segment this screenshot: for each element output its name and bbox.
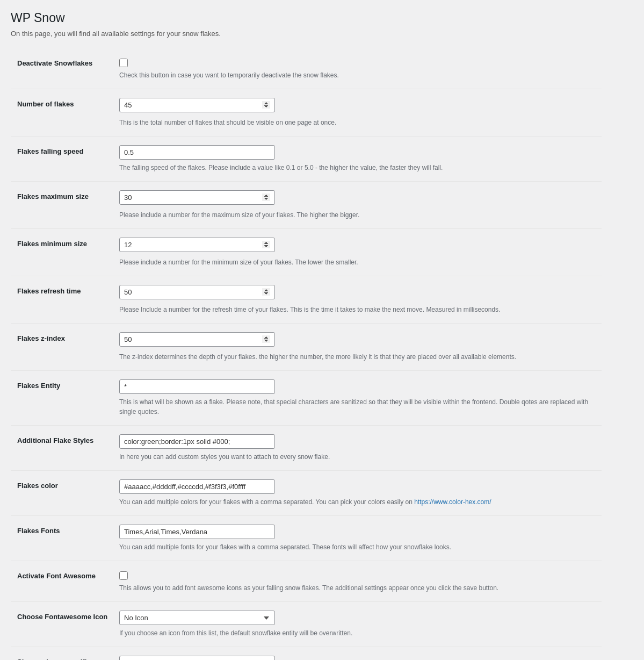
row-flakes-maximum-size: Flakes maximum size Please include a num… [11, 182, 602, 229]
field-flakes-falling-speed: The falling speed of the flakes. Please … [119, 145, 595, 173]
input-show-only-specific[interactable] [119, 656, 275, 660]
input-flakes-minimum-size[interactable] [119, 238, 275, 252]
row-flakes-fonts: Flakes Fonts You can add multiple fonts … [11, 516, 602, 561]
row-additional-flake-styles: Additional Flake Styles In here you can … [11, 426, 602, 471]
desc-number-of-flakes: This is the total number of flakes that … [119, 118, 595, 127]
label-number-of-flakes: Number of flakes [17, 98, 119, 108]
desc-flakes-falling-speed: The falling speed of the flakes. Please … [119, 163, 595, 173]
desc-flakes-refresh-time: Please Include a number for the refresh … [119, 305, 595, 314]
desc-flakes-minimum-size: Please include a number for the minimum … [119, 257, 595, 267]
row-flakes-falling-speed: Flakes falling speed The falling speed o… [11, 137, 602, 182]
label-flakes-refresh-time: Flakes refresh time [17, 285, 119, 295]
desc-deactivate-snowflakes: Check this button in case you want to te… [119, 70, 595, 80]
number-input-wrap-max-size [119, 190, 275, 208]
checkbox-activate-font-awesome[interactable] [119, 571, 128, 580]
row-deactivate-snowflakes: Deactivate Snowflakes Check this button … [11, 48, 602, 89]
desc-flakes-color: You can add multiple colors for your fla… [119, 497, 595, 507]
field-flakes-minimum-size: Please include a number for the minimum … [119, 238, 595, 267]
desc-choose-fontawesome-icon: If you choose an icon from this list, th… [119, 628, 595, 638]
input-number-of-flakes[interactable] [119, 98, 275, 112]
number-input-wrap-flakes [119, 98, 275, 116]
label-deactivate-snowflakes: Deactivate Snowflakes [17, 57, 119, 67]
label-show-only-specific: Show only on specific posts or pages. [17, 656, 119, 660]
input-flakes-color[interactable] [119, 479, 275, 494]
field-flakes-maximum-size: Please include a number for the maximum … [119, 190, 595, 220]
field-show-only-specific: Please specify the post ids or page ids … [119, 656, 595, 660]
desc-flakes-fonts: You can add multiple fonts for your flak… [119, 542, 595, 552]
field-activate-font-awesome: This allows you to add font awesome icon… [119, 570, 595, 593]
label-flakes-maximum-size: Flakes maximum size [17, 190, 119, 200]
label-flakes-falling-speed: Flakes falling speed [17, 145, 119, 155]
number-input-wrap-zindex [119, 332, 275, 350]
label-additional-flake-styles: Additional Flake Styles [17, 434, 119, 444]
row-flakes-zindex: Flakes z-index The z-index determines th… [11, 324, 602, 371]
field-deactivate-snowflakes: Check this button in case you want to te… [119, 57, 595, 80]
select-fontawesome-icon[interactable]: No Icon [119, 611, 275, 625]
row-number-of-flakes: Number of flakes This is the total numbe… [11, 89, 602, 137]
desc-flakes-maximum-size: Please include a number for the maximum … [119, 210, 595, 220]
desc-additional-flake-styles: In here you can add custom styles you wa… [119, 452, 595, 462]
field-flakes-refresh-time: Please Include a number for the refresh … [119, 285, 595, 314]
label-choose-fontawesome-icon: Choose Fontawesome Icon [17, 611, 119, 621]
desc-flakes-entity: This is what will be shown as a flake. P… [119, 397, 595, 417]
desc-flakes-zindex: The z-index determines the depth of your… [119, 352, 595, 362]
row-flakes-entity: Flakes Entity This is what will be shown… [11, 371, 602, 426]
field-additional-flake-styles: In here you can add custom styles you wa… [119, 434, 595, 462]
field-flakes-fonts: You can add multiple fonts for your flak… [119, 525, 595, 552]
input-flakes-maximum-size[interactable] [119, 190, 275, 205]
label-flakes-fonts: Flakes Fonts [17, 525, 119, 535]
input-flakes-falling-speed[interactable] [119, 145, 275, 160]
settings-wrap: WP Snow On this page, you will find all … [11, 11, 602, 660]
row-choose-fontawesome-icon: Choose Fontawesome Icon No Icon If you c… [11, 602, 602, 647]
checkbox-deactivate-snowflakes[interactable] [119, 59, 128, 67]
label-flakes-zindex: Flakes z-index [17, 332, 119, 342]
row-flakes-color: Flakes color You can add multiple colors… [11, 471, 602, 516]
label-activate-font-awesome: Activate Font Awesome [17, 570, 119, 580]
input-flakes-zindex[interactable] [119, 332, 275, 347]
color-hex-link[interactable]: https://www.color-hex.com/ [414, 498, 491, 506]
field-flakes-zindex: The z-index determines the depth of your… [119, 332, 595, 362]
field-flakes-color: You can add multiple colors for your fla… [119, 479, 595, 507]
input-flakes-fonts[interactable] [119, 525, 275, 539]
number-input-wrap-refresh [119, 285, 275, 303]
label-flakes-entity: Flakes Entity [17, 379, 119, 390]
page-title: WP Snow [11, 11, 602, 25]
page-description: On this page, you will find all availabl… [11, 30, 602, 38]
input-additional-flake-styles[interactable] [119, 434, 275, 449]
row-activate-font-awesome: Activate Font Awesome This allows you to… [11, 561, 602, 602]
input-flakes-entity[interactable] [119, 379, 275, 394]
field-flakes-entity: This is what will be shown as a flake. P… [119, 379, 595, 417]
label-flakes-color: Flakes color [17, 479, 119, 490]
row-flakes-minimum-size: Flakes minimum size Please include a num… [11, 229, 602, 276]
field-number-of-flakes: This is the total number of flakes that … [119, 98, 595, 127]
input-flakes-refresh-time[interactable] [119, 285, 275, 299]
desc-flakes-color-text: You can add multiple colors for your fla… [119, 498, 414, 506]
field-choose-fontawesome-icon: No Icon If you choose an icon from this … [119, 611, 595, 638]
label-flakes-minimum-size: Flakes minimum size [17, 238, 119, 248]
row-show-only-specific: Show only on specific posts or pages. Pl… [11, 647, 602, 660]
desc-activate-font-awesome: This allows you to add font awesome icon… [119, 583, 595, 593]
number-input-wrap-min-size [119, 238, 275, 255]
row-flakes-refresh-time: Flakes refresh time Please Include a num… [11, 276, 602, 324]
